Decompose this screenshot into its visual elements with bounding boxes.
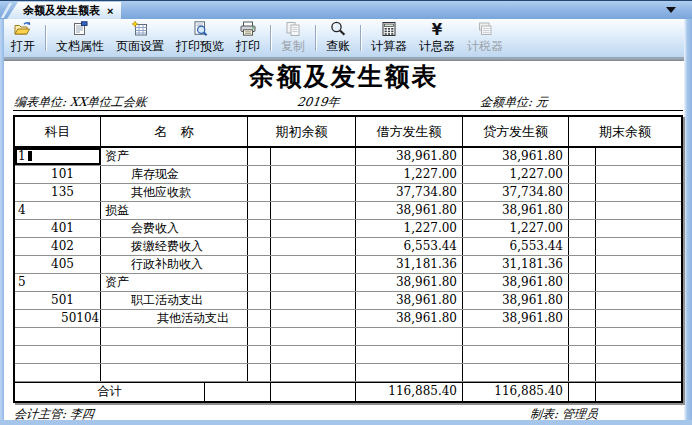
cell-credit[interactable]: 1,227.00 <box>463 166 569 183</box>
cell-debit[interactable]: 38,961.80 <box>356 202 463 219</box>
tab-list-dropdown-icon[interactable] <box>666 7 676 13</box>
cell-opening-dir[interactable] <box>248 202 271 219</box>
toolbar-button-print-preview[interactable]: 打印预览 <box>171 21 229 55</box>
cell-opening-amount[interactable] <box>271 148 356 165</box>
cell-opening-amount[interactable] <box>271 220 356 237</box>
cell-closing-amount[interactable] <box>596 166 681 183</box>
cell-closing-dir[interactable] <box>569 328 596 345</box>
cell-debit[interactable]: 38,961.80 <box>356 274 463 291</box>
cell-opening-amount[interactable] <box>271 274 356 291</box>
total-label-cell[interactable]: 合计 <box>15 383 205 401</box>
cell-closing-dir[interactable] <box>569 184 596 201</box>
cell-debit[interactable] <box>356 364 463 381</box>
cell-closing-amount[interactable] <box>596 238 681 255</box>
cell-debit[interactable] <box>356 346 463 363</box>
cell-closing-amount[interactable] <box>596 256 681 273</box>
cell-name[interactable] <box>101 364 248 381</box>
cell-closing-amount[interactable] <box>596 310 681 327</box>
total-debit-cell[interactable]: 116,885.40 <box>356 383 463 401</box>
cell-name[interactable]: 其他应收款 <box>101 184 248 201</box>
tab-balance-sheet[interactable]: 余额及发生额表 × <box>7 2 121 19</box>
toolbar-button-audit[interactable]: 查账 <box>321 21 355 55</box>
cell-name[interactable] <box>101 346 248 363</box>
cell-name[interactable]: 职工活动支出 <box>101 292 248 309</box>
cell-credit[interactable]: 38,961.80 <box>463 292 569 309</box>
cell-closing-dir[interactable] <box>569 166 596 183</box>
cell-closing-amount[interactable] <box>596 292 681 309</box>
cell-name[interactable]: 拨缴经费收入 <box>101 238 248 255</box>
cell-opening-dir[interactable] <box>248 148 271 165</box>
cell-opening-amount[interactable] <box>271 184 356 201</box>
cell-closing-amount[interactable] <box>596 148 681 165</box>
cell-opening-amount[interactable] <box>271 166 356 183</box>
cell-code[interactable]: 101 <box>15 166 101 183</box>
cell-opening-dir[interactable] <box>248 310 271 327</box>
cell-credit[interactable]: 37,734.80 <box>463 184 569 201</box>
cell-opening-dir[interactable] <box>248 220 271 237</box>
cell-opening-amount[interactable] <box>271 346 356 363</box>
cell-credit[interactable] <box>463 364 569 381</box>
cell-closing-dir[interactable] <box>569 346 596 363</box>
toolbar-button-print[interactable]: 打印 <box>231 21 265 55</box>
cell-code[interactable]: 50104 <box>15 310 101 327</box>
cell-debit[interactable]: 37,734.80 <box>356 184 463 201</box>
toolbar-button-doc-properties[interactable]: 文档属性 <box>51 21 109 55</box>
cell-closing-dir[interactable] <box>569 292 596 309</box>
cell-closing-amount[interactable] <box>596 274 681 291</box>
cell-name[interactable] <box>101 328 248 345</box>
cell-opening-dir[interactable] <box>248 292 271 309</box>
cell-code[interactable] <box>15 328 101 345</box>
cell-code[interactable]: 405 <box>15 256 101 273</box>
cell-code[interactable]: 402 <box>15 238 101 255</box>
cell-debit[interactable]: 1,227.00 <box>356 166 463 183</box>
cell-opening-amount[interactable] <box>271 310 356 327</box>
cell-debit[interactable]: 6,553.44 <box>356 238 463 255</box>
cell-opening-amount[interactable] <box>271 202 356 219</box>
cell-opening-amount[interactable] <box>271 364 356 381</box>
cell-credit[interactable]: 1,227.00 <box>463 220 569 237</box>
cell-credit[interactable]: 6,553.44 <box>463 238 569 255</box>
cell-name[interactable]: 资产 <box>101 274 248 291</box>
cell-code[interactable]: 401 <box>15 220 101 237</box>
cell-code[interactable]: 501 <box>15 292 101 309</box>
cell-closing-dir[interactable] <box>569 220 596 237</box>
cell-opening-dir[interactable] <box>248 238 271 255</box>
active-cell[interactable]: 1 <box>15 148 101 165</box>
cell-code[interactable]: 5 <box>15 274 101 291</box>
toolbar-button-interest[interactable]: ¥计息器 <box>414 21 460 55</box>
cell-credit[interactable]: 38,961.80 <box>463 202 569 219</box>
cell-credit[interactable]: 31,181.36 <box>463 256 569 273</box>
total-credit-cell[interactable]: 116,885.40 <box>463 383 569 401</box>
cell-name[interactable]: 资产 <box>101 148 248 165</box>
tab-close-icon[interactable]: × <box>107 5 113 17</box>
total-opening-cell[interactable] <box>271 383 356 401</box>
cell-debit[interactable]: 38,961.80 <box>356 148 463 165</box>
cell-opening-dir[interactable] <box>248 166 271 183</box>
cell-opening-dir[interactable] <box>248 328 271 345</box>
total-closing-cell[interactable] <box>596 383 681 401</box>
cell-opening-dir[interactable] <box>248 184 271 201</box>
cell-closing-dir[interactable] <box>569 310 596 327</box>
cell-debit[interactable]: 38,961.80 <box>356 292 463 309</box>
cell-name[interactable]: 会费收入 <box>101 220 248 237</box>
cell-name[interactable]: 行政补助收入 <box>101 256 248 273</box>
cell-closing-dir[interactable] <box>569 364 596 381</box>
cell-code[interactable]: 135 <box>15 184 101 201</box>
cell-closing-dir[interactable] <box>569 202 596 219</box>
cell-name[interactable]: 损益 <box>101 202 248 219</box>
cell-credit[interactable]: 38,961.80 <box>463 274 569 291</box>
toolbar-button-page-setup[interactable]: 页面设置 <box>111 21 169 55</box>
cell-debit[interactable]: 38,961.80 <box>356 310 463 327</box>
cell-closing-amount[interactable] <box>596 220 681 237</box>
cell-closing-amount[interactable] <box>596 184 681 201</box>
cell-opening-amount[interactable] <box>271 238 356 255</box>
cell-opening-dir[interactable] <box>248 274 271 291</box>
toolbar-button-calculator[interactable]: 计算器 <box>366 21 412 55</box>
cell-credit[interactable]: 38,961.80 <box>463 148 569 165</box>
cell-code[interactable] <box>15 346 101 363</box>
cell-opening-amount[interactable] <box>271 328 356 345</box>
cell-closing-dir[interactable] <box>569 274 596 291</box>
cell-opening-amount[interactable] <box>271 292 356 309</box>
cell-closing-amount[interactable] <box>596 346 681 363</box>
cell-debit[interactable]: 1,227.00 <box>356 220 463 237</box>
